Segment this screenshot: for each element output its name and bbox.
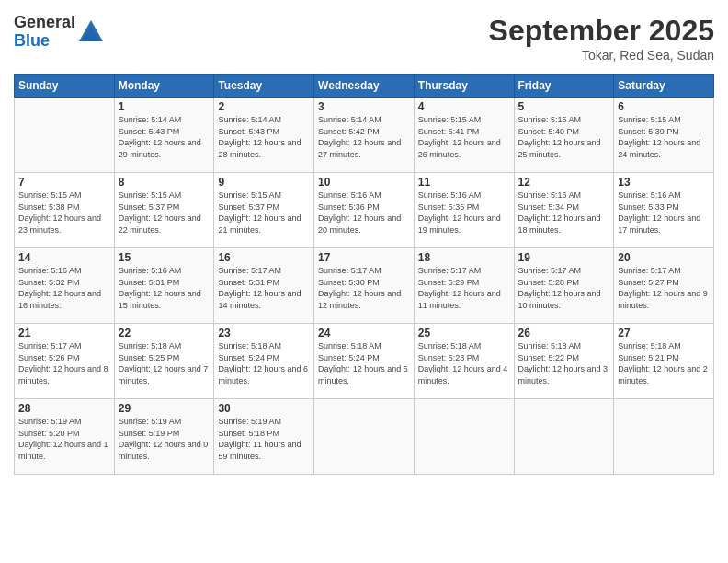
day-number: 27	[618, 327, 710, 339]
col-wednesday: Wednesday	[314, 75, 415, 98]
calendar-header: Sunday Monday Tuesday Wednesday Thursday…	[15, 75, 714, 98]
logo-general: General	[14, 14, 75, 32]
page: General Blue September 2025 Tokar, Red S…	[0, 0, 728, 563]
month-title: September 2025	[489, 14, 714, 48]
day-number: 3	[318, 100, 410, 113]
day-info: Sunrise: 5:18 AM Sunset: 5:24 PM Dayligh…	[318, 340, 410, 386]
day-cell: 9Sunrise: 5:15 AM Sunset: 5:37 PM Daylig…	[214, 173, 314, 248]
day-cell: 30Sunrise: 5:19 AM Sunset: 5:18 PM Dayli…	[214, 399, 314, 475]
col-monday: Monday	[114, 75, 214, 98]
calendar-table: Sunday Monday Tuesday Wednesday Thursday…	[14, 74, 714, 475]
day-cell: 23Sunrise: 5:18 AM Sunset: 5:24 PM Dayli…	[214, 324, 314, 399]
day-info: Sunrise: 5:15 AM Sunset: 5:37 PM Dayligh…	[119, 190, 210, 236]
day-cell: 11Sunrise: 5:16 AM Sunset: 5:35 PM Dayli…	[414, 173, 514, 248]
day-cell: 16Sunrise: 5:17 AM Sunset: 5:31 PM Dayli…	[214, 248, 314, 324]
day-cell: 18Sunrise: 5:17 AM Sunset: 5:29 PM Dayli…	[414, 248, 514, 324]
day-number: 17	[318, 251, 410, 264]
day-cell: 10Sunrise: 5:16 AM Sunset: 5:36 PM Dayli…	[314, 173, 415, 248]
day-info: Sunrise: 5:17 AM Sunset: 5:28 PM Dayligh…	[518, 265, 610, 311]
day-cell: 3Sunrise: 5:14 AM Sunset: 5:42 PM Daylig…	[314, 98, 415, 173]
day-cell	[15, 98, 115, 173]
day-info: Sunrise: 5:14 AM Sunset: 5:43 PM Dayligh…	[119, 114, 210, 160]
day-info: Sunrise: 5:17 AM Sunset: 5:26 PM Dayligh…	[18, 340, 110, 386]
header-row: Sunday Monday Tuesday Wednesday Thursday…	[15, 75, 714, 98]
day-number: 14	[18, 251, 110, 264]
day-info: Sunrise: 5:18 AM Sunset: 5:21 PM Dayligh…	[618, 340, 710, 386]
day-cell: 8Sunrise: 5:15 AM Sunset: 5:37 PM Daylig…	[114, 173, 214, 248]
day-number: 12	[518, 176, 610, 189]
day-info: Sunrise: 5:17 AM Sunset: 5:30 PM Dayligh…	[318, 265, 410, 311]
day-info: Sunrise: 5:18 AM Sunset: 5:22 PM Dayligh…	[518, 340, 610, 386]
day-cell: 2Sunrise: 5:14 AM Sunset: 5:43 PM Daylig…	[214, 98, 314, 173]
day-number: 19	[518, 251, 610, 264]
week-row-4: 28Sunrise: 5:19 AM Sunset: 5:20 PM Dayli…	[15, 399, 714, 475]
day-number: 2	[218, 100, 310, 113]
day-info: Sunrise: 5:16 AM Sunset: 5:31 PM Dayligh…	[119, 265, 210, 311]
day-number: 9	[218, 176, 310, 189]
day-cell: 22Sunrise: 5:18 AM Sunset: 5:25 PM Dayli…	[114, 324, 214, 399]
day-number: 22	[119, 327, 210, 339]
col-friday: Friday	[514, 75, 614, 98]
week-row-0: 1Sunrise: 5:14 AM Sunset: 5:43 PM Daylig…	[15, 98, 714, 173]
day-info: Sunrise: 5:17 AM Sunset: 5:27 PM Dayligh…	[618, 265, 710, 311]
col-thursday: Thursday	[414, 75, 514, 98]
day-info: Sunrise: 5:15 AM Sunset: 5:37 PM Dayligh…	[218, 190, 310, 236]
logo-blue: Blue	[14, 32, 75, 51]
day-info: Sunrise: 5:16 AM Sunset: 5:32 PM Dayligh…	[18, 265, 110, 311]
day-info: Sunrise: 5:18 AM Sunset: 5:23 PM Dayligh…	[418, 340, 510, 386]
day-info: Sunrise: 5:15 AM Sunset: 5:38 PM Dayligh…	[18, 190, 110, 236]
day-number: 8	[119, 176, 210, 189]
logo-text: General Blue	[14, 14, 75, 51]
day-number: 18	[418, 251, 510, 264]
day-info: Sunrise: 5:17 AM Sunset: 5:29 PM Dayligh…	[418, 265, 510, 311]
day-number: 1	[119, 100, 210, 113]
day-number: 28	[18, 402, 110, 415]
day-info: Sunrise: 5:15 AM Sunset: 5:41 PM Dayligh…	[418, 114, 510, 160]
day-cell: 1Sunrise: 5:14 AM Sunset: 5:43 PM Daylig…	[114, 98, 214, 173]
day-number: 13	[618, 176, 710, 189]
day-cell: 14Sunrise: 5:16 AM Sunset: 5:32 PM Dayli…	[15, 248, 115, 324]
day-cell: 19Sunrise: 5:17 AM Sunset: 5:28 PM Dayli…	[514, 248, 614, 324]
day-info: Sunrise: 5:19 AM Sunset: 5:18 PM Dayligh…	[218, 416, 310, 462]
location: Tokar, Red Sea, Sudan	[489, 48, 714, 63]
week-row-3: 21Sunrise: 5:17 AM Sunset: 5:26 PM Dayli…	[15, 324, 714, 399]
day-cell: 17Sunrise: 5:17 AM Sunset: 5:30 PM Dayli…	[314, 248, 415, 324]
title-section: September 2025 Tokar, Red Sea, Sudan	[489, 14, 714, 63]
day-number: 7	[18, 176, 110, 189]
week-row-2: 14Sunrise: 5:16 AM Sunset: 5:32 PM Dayli…	[15, 248, 714, 324]
day-cell	[514, 399, 614, 475]
day-number: 4	[418, 100, 510, 113]
day-cell: 6Sunrise: 5:15 AM Sunset: 5:39 PM Daylig…	[614, 98, 714, 173]
calendar-body: 1Sunrise: 5:14 AM Sunset: 5:43 PM Daylig…	[15, 98, 714, 475]
day-info: Sunrise: 5:16 AM Sunset: 5:34 PM Dayligh…	[518, 190, 610, 236]
day-number: 6	[618, 100, 710, 113]
day-info: Sunrise: 5:15 AM Sunset: 5:40 PM Dayligh…	[518, 114, 610, 160]
day-info: Sunrise: 5:14 AM Sunset: 5:42 PM Dayligh…	[318, 114, 410, 160]
day-number: 26	[518, 327, 610, 339]
day-number: 20	[618, 251, 710, 264]
day-number: 5	[518, 100, 610, 113]
day-cell: 21Sunrise: 5:17 AM Sunset: 5:26 PM Dayli…	[15, 324, 115, 399]
day-number: 30	[218, 402, 310, 415]
day-number: 15	[119, 251, 210, 264]
day-info: Sunrise: 5:18 AM Sunset: 5:24 PM Dayligh…	[218, 340, 310, 386]
col-sunday: Sunday	[15, 75, 115, 98]
day-cell: 29Sunrise: 5:19 AM Sunset: 5:19 PM Dayli…	[114, 399, 214, 475]
day-cell: 27Sunrise: 5:18 AM Sunset: 5:21 PM Dayli…	[614, 324, 714, 399]
day-cell	[614, 399, 714, 475]
day-cell: 26Sunrise: 5:18 AM Sunset: 5:22 PM Dayli…	[514, 324, 614, 399]
day-cell: 25Sunrise: 5:18 AM Sunset: 5:23 PM Dayli…	[414, 324, 514, 399]
day-info: Sunrise: 5:17 AM Sunset: 5:31 PM Dayligh…	[218, 265, 310, 311]
day-info: Sunrise: 5:18 AM Sunset: 5:25 PM Dayligh…	[119, 340, 210, 386]
week-row-1: 7Sunrise: 5:15 AM Sunset: 5:38 PM Daylig…	[15, 173, 714, 248]
day-cell: 28Sunrise: 5:19 AM Sunset: 5:20 PM Dayli…	[15, 399, 115, 475]
logo-icon	[77, 18, 105, 46]
day-cell: 7Sunrise: 5:15 AM Sunset: 5:38 PM Daylig…	[15, 173, 115, 248]
day-cell: 4Sunrise: 5:15 AM Sunset: 5:41 PM Daylig…	[414, 98, 514, 173]
day-cell	[314, 399, 415, 475]
day-info: Sunrise: 5:15 AM Sunset: 5:39 PM Dayligh…	[618, 114, 710, 160]
day-number: 25	[418, 327, 510, 339]
day-info: Sunrise: 5:16 AM Sunset: 5:36 PM Dayligh…	[318, 190, 410, 236]
day-number: 21	[18, 327, 110, 339]
day-number: 24	[318, 327, 410, 339]
